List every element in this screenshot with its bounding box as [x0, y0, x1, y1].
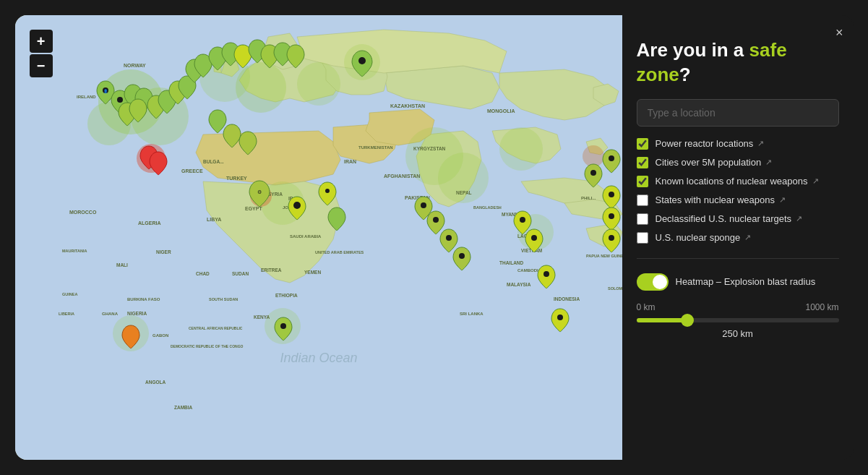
country-label-niger: NIGER — [156, 249, 171, 254]
checkbox-known-nuclear[interactable]: Known locations of nuclear weapons ↗ — [637, 176, 839, 187]
country-label-ghana: GHANA — [102, 312, 119, 316]
country-label-afghanistan: AFGHANISTAN — [384, 174, 420, 179]
country-label-saudi: SAUDI ARABIA — [290, 234, 322, 239]
location-search-input[interactable] — [637, 99, 839, 127]
checkbox-nuclear-sponge[interactable]: U.S. nuclear sponge ↗ — [637, 232, 839, 244]
country-label-turkey: TURKEY — [226, 176, 247, 181]
checkbox-cities-5m-input[interactable] — [637, 157, 648, 168]
country-label-ethiopia: ETHIOPIA — [275, 293, 298, 298]
country-label-png: PAPUA NEW GUINEA — [586, 254, 622, 258]
country-label-zambia: ZAMBIA — [174, 405, 193, 410]
divider — [637, 258, 839, 259]
checkbox-cities-5m[interactable]: Cities over 5M population ↗ — [637, 157, 839, 168]
heatmap-toggle-section: Heatmap – Explosion blast radius — [637, 273, 839, 291]
svg-point-32 — [280, 323, 286, 329]
country-label-mongolia: MONGOLIA — [487, 108, 515, 114]
country-label-turkmenistan: TURKMENISTAN — [358, 145, 393, 150]
external-link-icon-1: ↗ — [757, 139, 764, 148]
svg-point-28 — [520, 217, 525, 223]
map-controls: + − — [30, 30, 53, 77]
slider-thumb[interactable] — [681, 314, 694, 327]
slider-max-label: 1000 km — [805, 302, 838, 312]
slider-min-label: 0 km — [637, 302, 656, 312]
country-label-uae: UNITED ARAB EMIRATES — [315, 250, 364, 254]
country-label-angola: ANGOLA — [145, 380, 166, 385]
svg-point-33 — [358, 57, 366, 64]
country-label-nigeria: NIGERIA — [127, 311, 147, 316]
checkbox-nuclear-sponge-input[interactable] — [637, 232, 648, 244]
external-link-icon-2: ↗ — [765, 158, 772, 167]
app-container: Indian Ocean NORWAY IRELAND MOROCCO — [15, 15, 854, 460]
country-label-yemen: YEMEN — [304, 270, 321, 275]
country-label-morocco: MOROCCO — [69, 210, 97, 215]
panel-title-part2: ? — [679, 64, 691, 85]
svg-text:⚙: ⚙ — [257, 189, 262, 194]
country-label-norway: NORWAY — [124, 63, 146, 68]
country-label-guinea: GUINEA — [62, 292, 77, 296]
checkbox-declassified-input[interactable] — [637, 213, 648, 225]
country-label-indonesia: INDONESIA — [554, 296, 580, 301]
country-label-malaysia: MALAYSIA — [507, 282, 531, 287]
zoom-in-button[interactable]: + — [30, 30, 53, 53]
checkbox-declassified-label: Declassified U.S. nuclear targets ↗ — [656, 213, 803, 224]
country-label-bulgaria: BULGA... — [203, 159, 224, 164]
checkbox-cities-5m-label: Cities over 5M population ↗ — [656, 157, 773, 168]
toggle-track — [637, 273, 669, 291]
checkbox-states-nuclear[interactable]: States with nuclear weapons ↗ — [637, 194, 839, 206]
svg-point-35 — [609, 155, 614, 161]
external-link-icon-4: ↗ — [779, 195, 786, 205]
country-label-gabon: GABON — [152, 333, 168, 338]
world-map: Indian Ocean NORWAY IRELAND MOROCCO — [15, 15, 622, 460]
svg-point-26 — [446, 235, 452, 241]
checkbox-power-reactor-label: Power reactor locations ↗ — [656, 138, 765, 149]
heatmap-toggle[interactable] — [637, 273, 669, 291]
country-label-car: CENTRAL AFRICAN REPUBLIC — [189, 326, 243, 330]
country-label-kazakhstan: KAZAKHSTAN — [390, 103, 425, 108]
country-label-bangladesh: BANGLADESH — [473, 205, 502, 210]
country-label-sri-lanka: SRI LANKA — [460, 312, 484, 316]
country-label-greece: GREECE — [181, 168, 203, 174]
svg-point-30 — [543, 271, 549, 277]
svg-point-31 — [557, 314, 563, 320]
country-label-philippines: PHILI... — [581, 196, 596, 200]
external-link-icon-3: ↗ — [812, 176, 819, 186]
svg-point-10 — [499, 127, 543, 171]
country-label-syria: SYRIA — [268, 192, 283, 197]
svg-point-37 — [609, 213, 614, 219]
checkbox-power-reactor-input[interactable] — [637, 138, 648, 150]
country-label-burkina: BURKINA FASO — [127, 297, 160, 301]
country-label-libya: LIBYA — [207, 217, 221, 222]
panel-title-part1: Are you in a — [637, 39, 749, 61]
svg-point-34 — [590, 170, 596, 176]
side-panel: × Are you in a safe zone? Power reactor … — [622, 15, 854, 460]
svg-point-36 — [609, 192, 614, 197]
svg-point-20 — [117, 97, 123, 103]
checkbox-declassified[interactable]: Declassified U.S. nuclear targets ↗ — [637, 213, 839, 225]
slider-fill — [637, 318, 687, 322]
svg-point-24 — [421, 202, 426, 208]
svg-point-27 — [459, 253, 465, 259]
country-label-ireland: IRELAND — [77, 95, 96, 99]
toggle-thumb — [653, 275, 667, 289]
checkbox-list: Power reactor locations ↗ Cities over 5M… — [637, 138, 839, 244]
svg-text:👤: 👤 — [103, 89, 108, 94]
country-label-chad: CHAD — [196, 271, 210, 276]
country-label-sudan: SUDAN — [232, 271, 249, 276]
external-link-icon-5: ↗ — [796, 214, 802, 223]
country-label-mali: MALI — [116, 262, 128, 268]
svg-point-4 — [297, 62, 340, 106]
close-button[interactable]: × — [835, 25, 843, 40]
slider-track — [637, 318, 839, 322]
svg-point-22 — [325, 189, 330, 193]
checkbox-power-reactor[interactable]: Power reactor locations ↗ — [637, 138, 839, 150]
checkbox-known-nuclear-label: Known locations of nuclear weapons ↗ — [656, 176, 819, 187]
checkbox-states-nuclear-input[interactable] — [637, 194, 648, 206]
country-label-egypt: EGYPT — [245, 206, 262, 211]
svg-point-38 — [609, 235, 614, 241]
country-label-thailand: THAILAND — [499, 260, 524, 265]
checkbox-known-nuclear-input[interactable] — [637, 176, 648, 187]
ocean-label: Indian Ocean — [280, 351, 357, 365]
zoom-out-button[interactable]: − — [30, 54, 53, 77]
country-label-mauritania: MAURITANIA — [62, 249, 87, 253]
checkbox-nuclear-sponge-label: U.S. nuclear sponge ↗ — [656, 232, 752, 243]
